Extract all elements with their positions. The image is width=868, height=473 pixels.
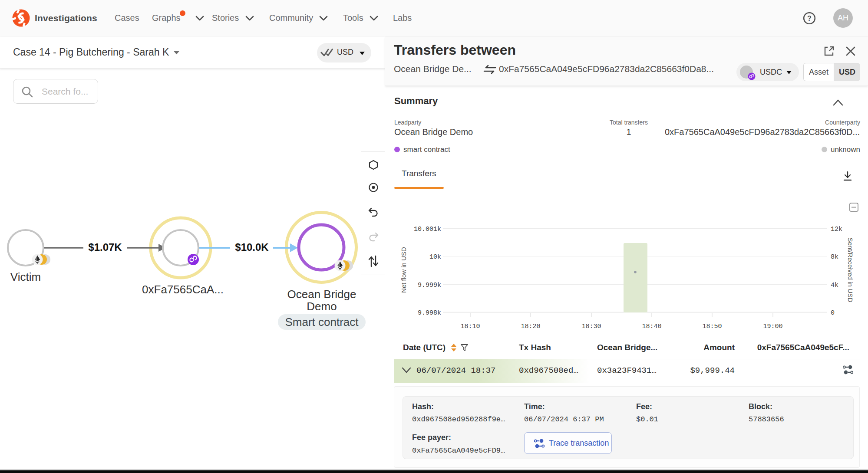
svg-text:18:20: 18:20 xyxy=(521,323,540,330)
svg-text:18:50: 18:50 xyxy=(702,323,722,330)
svg-text:10.001k: 10.001k xyxy=(414,226,441,233)
svg-text:18:40: 18:40 xyxy=(642,323,661,330)
svg-text:?: ? xyxy=(807,15,812,22)
svg-text:8k: 8k xyxy=(831,253,838,261)
svg-text:Net flow in USD: Net flow in USD xyxy=(400,247,407,293)
svg-text:9.998k: 9.998k xyxy=(418,309,441,317)
svg-text:12k: 12k xyxy=(831,226,842,233)
svg-text:0: 0 xyxy=(831,309,835,317)
svg-text:19:00: 19:00 xyxy=(763,323,782,330)
svg-text:9.999k: 9.999k xyxy=(418,282,441,289)
svg-text:Sent/Received in USD: Sent/Received in USD xyxy=(847,237,854,302)
svg-text:10k: 10k xyxy=(429,253,441,261)
svg-text:4k: 4k xyxy=(831,282,838,289)
svg-text:18:30: 18:30 xyxy=(581,323,601,330)
svg-text:18:10: 18:10 xyxy=(460,323,480,330)
